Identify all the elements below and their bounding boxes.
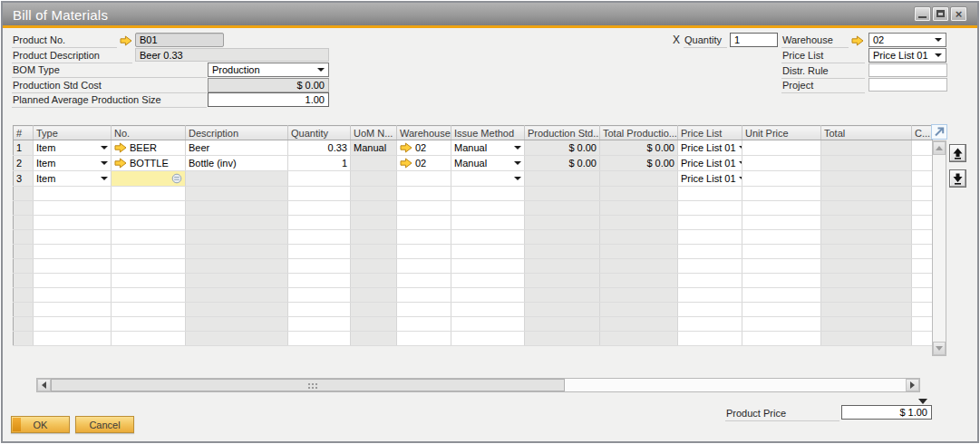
empty-cell[interactable] [288,259,351,274]
empty-cell[interactable] [112,274,186,288]
link-arrow-icon[interactable] [851,35,864,46]
empty-cell[interactable] [397,259,451,274]
empty-cell[interactable] [288,187,351,201]
issue-method-cell[interactable] [451,171,525,187]
empty-cell[interactable] [397,288,451,303]
empty-cell[interactable] [288,332,351,346]
empty-cell[interactable] [742,317,821,332]
empty-cell[interactable] [34,230,112,245]
bom-type-dropdown[interactable]: Production [208,63,329,77]
row-number-cell[interactable]: 1 [14,140,34,156]
product-no-field[interactable]: B01 [135,33,224,47]
empty-cell[interactable] [112,288,186,303]
empty-cell[interactable] [288,274,351,288]
empty-cell[interactable] [912,303,933,317]
empty-cell[interactable] [742,332,821,346]
empty-cell[interactable] [912,332,933,346]
warehouse-cell[interactable]: 02 [397,156,451,171]
empty-cell[interactable] [451,317,525,332]
minimize-button[interactable] [914,6,931,22]
empty-cell[interactable] [34,245,112,259]
link-arrow-icon[interactable] [400,142,412,153]
issue-method-cell[interactable]: Manual [451,140,525,156]
empty-cell[interactable] [288,303,351,317]
empty-cell[interactable] [451,245,525,259]
empty-cell[interactable] [451,274,525,288]
item-no-cell[interactable]: BOTTLE [112,156,186,171]
empty-cell[interactable] [112,317,186,332]
empty-cell[interactable] [397,317,451,332]
link-arrow-icon[interactable] [114,142,127,153]
empty-cell[interactable] [288,201,351,216]
empty-cell[interactable] [112,216,186,230]
empty-cell[interactable] [112,230,186,245]
distr-rule-input[interactable] [868,63,947,77]
empty-cell[interactable] [451,303,525,317]
description-cell[interactable]: Bottle (inv) [186,156,288,171]
empty-cell[interactable] [742,201,821,216]
empty-cell[interactable] [397,245,451,259]
empty-cell[interactable] [451,230,525,245]
empty-cell[interactable] [451,288,525,303]
ok-button[interactable]: OK [11,416,70,433]
quantity-input[interactable]: 1 [730,33,778,47]
comment-cell[interactable] [912,156,933,171]
empty-cell[interactable] [678,201,742,216]
empty-cell[interactable] [397,274,451,288]
empty-cell[interactable] [742,288,821,303]
empty-cell[interactable] [112,201,186,216]
form-collapse-arrow[interactable] [918,399,927,404]
empty-cell[interactable] [397,303,451,317]
comment-cell[interactable] [912,171,933,187]
window-titlebar[interactable]: Bill of Materials [3,3,977,25]
issue-method-cell[interactable]: Manual [451,156,525,171]
empty-cell[interactable] [397,187,451,201]
empty-cell[interactable] [112,187,186,201]
move-row-up-button[interactable] [949,144,966,162]
price-list-dropdown[interactable]: Price List 01 [868,48,946,63]
empty-cell[interactable] [912,317,933,332]
type-cell[interactable]: Item [34,140,112,156]
empty-cell[interactable] [34,332,112,346]
empty-cell[interactable] [34,259,112,274]
empty-cell[interactable] [397,216,451,230]
move-row-down-button[interactable] [949,169,966,188]
empty-cell[interactable] [678,245,742,259]
empty-cell[interactable] [288,230,351,245]
table-horizontal-scrollbar[interactable] [36,378,920,392]
empty-cell[interactable] [451,187,525,201]
warehouse-dropdown[interactable]: 02 [868,33,946,47]
empty-cell[interactable] [34,317,112,332]
unit-price-cell[interactable] [742,140,821,156]
empty-cell[interactable] [34,274,112,288]
type-cell[interactable]: Item [34,156,112,171]
scroll-down-button[interactable] [933,342,946,355]
empty-cell[interactable] [397,230,451,245]
warehouse-cell[interactable]: 02 [397,140,451,156]
price-list-cell[interactable]: Price List 01 [678,140,742,156]
empty-cell[interactable] [912,245,933,259]
project-input[interactable] [868,78,947,92]
unit-price-cell[interactable] [742,156,821,171]
empty-cell[interactable] [678,332,742,346]
empty-cell[interactable] [912,187,933,201]
link-arrow-icon[interactable] [400,158,412,169]
empty-cell[interactable] [912,230,933,245]
empty-cell[interactable] [288,288,351,303]
link-arrow-icon[interactable] [114,158,127,169]
empty-cell[interactable] [34,187,112,201]
empty-cell[interactable] [678,230,742,245]
empty-cell[interactable] [912,274,933,288]
empty-cell[interactable] [912,288,933,303]
empty-cell[interactable] [112,259,186,274]
scroll-right-button[interactable] [906,379,919,391]
description-cell[interactable]: Beer [186,140,288,156]
empty-cell[interactable] [678,216,742,230]
empty-cell[interactable] [34,216,112,230]
empty-cell[interactable] [678,187,742,201]
empty-cell[interactable] [742,230,821,245]
planned-avg-production-size-field[interactable]: 1.00 [208,92,329,107]
empty-cell[interactable] [288,245,351,259]
empty-cell[interactable] [912,216,933,230]
empty-cell[interactable] [112,332,186,346]
